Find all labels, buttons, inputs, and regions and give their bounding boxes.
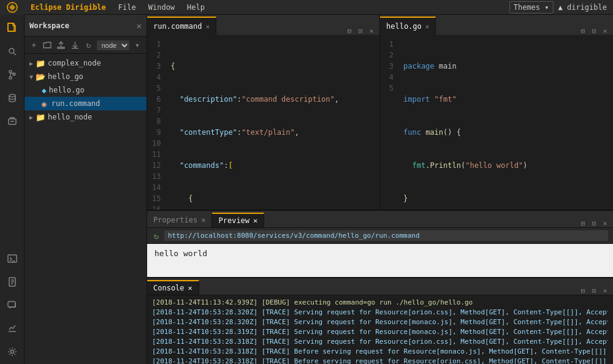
item-label: hello.go	[49, 86, 85, 94]
explorer-header: Workspace ✕	[25, 15, 147, 37]
tab-console[interactable]: Console ✕	[147, 280, 199, 295]
upload-btn[interactable]	[56, 39, 67, 51]
menu-bar: Eclipse Dirigible File Window Help Theme…	[0, 0, 613, 15]
chevron-icon: ▶	[29, 60, 33, 67]
new-folder-btn[interactable]	[42, 39, 53, 51]
item-label: hello_go	[48, 72, 83, 81]
preview-output: hello world	[147, 244, 613, 277]
left-line-numbers: 12345 678910 1112131415 161718	[147, 36, 166, 210]
console-maximize-btn[interactable]: ⊡	[590, 286, 598, 295]
editor-maximize-btn[interactable]: ⊡	[356, 26, 365, 35]
tab-label: hello.go	[386, 22, 422, 31]
tab-close-btn[interactable]: ✕	[253, 216, 257, 225]
node-selector[interactable]: node	[97, 40, 129, 50]
sidebar-terminal-icon[interactable]	[1, 248, 23, 270]
chevron-icon: ▶	[29, 114, 33, 121]
left-editor-pane: run.command ✕ ⊟ ⊡ ✕ 12345 678910 1112131…	[147, 15, 380, 210]
console-split-btn[interactable]: ⊟	[579, 286, 587, 295]
tab-close-btn[interactable]: ✕	[425, 23, 430, 31]
right-editor-pane: hello.go ✕ ⊟ ⊡ ✕ 12345 package ma	[380, 15, 613, 210]
menu-file[interactable]: File	[112, 0, 142, 15]
preview-toolbar: ↻ http://localhost:8080/services/v3/comm…	[147, 228, 613, 244]
tree-item-run-command[interactable]: ◉ run.command	[25, 97, 147, 110]
tab-label: Properties	[153, 216, 197, 224]
sidebar-git-icon[interactable]	[1, 64, 23, 86]
menu-help[interactable]: Help	[181, 0, 211, 15]
tab-properties[interactable]: Properties ✕	[147, 213, 212, 227]
file-explorer: Workspace ✕ + ↻	[25, 15, 147, 364]
right-editor-tabs: hello.go ✕ ⊟ ⊡ ✕	[380, 15, 613, 36]
console-close-btn[interactable]: ✕	[601, 286, 609, 295]
right-code-content[interactable]: 12345 package main import "fmt" func mai…	[380, 36, 613, 210]
preview-close-btn[interactable]: ✕	[601, 219, 609, 227]
editor-split-btn[interactable]: ⊟	[345, 26, 354, 35]
tab-close-btn[interactable]: ✕	[205, 23, 210, 31]
tree-item-hello-go[interactable]: ▼ 📂 hello_go	[25, 70, 147, 83]
expand-btn[interactable]: ▾	[132, 39, 143, 51]
sidebar-files-icon[interactable]	[1, 17, 23, 39]
svg-point-6	[9, 77, 12, 79]
svg-line-4	[13, 53, 16, 55]
item-label: complex_node	[48, 59, 101, 67]
sidebar-db-icon[interactable]	[1, 87, 23, 109]
editor-win-controls-right: ⊟ ⊡ ✕	[575, 26, 613, 35]
file-icon: ◆	[42, 86, 47, 95]
folder-icon: 📂	[36, 72, 45, 82]
console-tabs: Console ✕ ⊟ ⊡ ✕	[147, 278, 613, 295]
tab-run-command[interactable]: run.command ✕	[147, 17, 216, 35]
sidebar-chat-icon[interactable]	[1, 294, 23, 316]
console-section: Console ✕ ⊟ ⊡ ✕ [2018-11-24T11:13:42.939…	[147, 278, 613, 364]
sidebar-deploy-icon[interactable]	[1, 110, 23, 132]
console-line: [2018-11-24T10:53:28.318Z] [TRACE] Servi…	[152, 337, 608, 347]
svg-point-8	[9, 94, 15, 97]
preview-refresh-btn[interactable]: ↻	[152, 232, 161, 240]
svg-point-19	[10, 351, 13, 354]
svg-point-5	[9, 70, 12, 73]
bottom-panel: Properties ✕ Preview ✕ ⊟ ⊡ ✕ ↻ http	[147, 210, 613, 364]
refresh-btn[interactable]: ↻	[83, 39, 94, 51]
menu-window[interactable]: Window	[142, 0, 181, 15]
right-code-lines: package main import "fmt" func main() { …	[398, 36, 613, 210]
tab-preview[interactable]: Preview ✕	[212, 213, 264, 227]
console-win-controls: ⊟ ⊡ ✕	[575, 286, 613, 295]
download-btn[interactable]	[69, 39, 80, 51]
tab-close-btn[interactable]: ✕	[201, 216, 205, 224]
themes-button[interactable]: Themes ▾	[509, 1, 554, 13]
tab-close-btn[interactable]: ✕	[188, 284, 192, 292]
user-button[interactable]: ▲ dirigible	[558, 3, 607, 12]
editor-maximize-btn[interactable]: ⊡	[590, 26, 598, 35]
preview-maximize-btn[interactable]: ⊡	[590, 219, 598, 227]
left-editor-tabs: run.command ✕ ⊟ ⊡ ✕	[147, 15, 379, 36]
editors-row: run.command ✕ ⊟ ⊡ ✕ 12345 678910 1112131…	[147, 15, 613, 210]
menu-left: Eclipse Dirigible File Window Help	[0, 0, 211, 15]
new-file-btn[interactable]: +	[28, 39, 39, 51]
main-layout: Workspace ✕ + ↻	[0, 15, 613, 364]
console-line: [2018-11-24T10:53:28.318Z] [TRACE] Befor…	[152, 357, 608, 364]
file-icon: ◉	[42, 99, 47, 108]
sidebar-docs-icon[interactable]	[1, 271, 23, 293]
tree-item-hello-node[interactable]: ▶ 📁 hello_node	[25, 110, 147, 124]
sidebar-search-icon[interactable]	[1, 40, 23, 63]
tab-hello-go[interactable]: hello.go ✕	[380, 17, 436, 35]
chevron-icon: ▼	[29, 74, 33, 80]
console-content[interactable]: [2018-11-24T11:13:42.939Z] [DEBUG] execu…	[147, 295, 613, 364]
sidebar-settings-icon[interactable]	[1, 341, 23, 363]
editor-area: run.command ✕ ⊟ ⊡ ✕ 12345 678910 1112131…	[147, 15, 613, 364]
left-code-content[interactable]: 12345 678910 1112131415 161718 { "descri…	[147, 36, 379, 210]
editor-split-btn[interactable]: ⊟	[579, 26, 587, 35]
item-label: hello_node	[48, 113, 92, 121]
explorer-title: Workspace	[29, 21, 69, 30]
tree-item-complex-node[interactable]: ▶ 📁 complex_node	[25, 56, 147, 70]
right-line-numbers: 12345	[380, 36, 398, 210]
tab-label: run.command	[153, 22, 202, 31]
editor-close-btn[interactable]: ✕	[601, 26, 609, 35]
console-line: [2018-11-24T11:13:42.939Z] [DEBUG] execu…	[152, 298, 608, 308]
sidebar-icons	[0, 15, 25, 364]
tree-item-hello-go-file[interactable]: ◆ hello.go	[25, 83, 147, 97]
preview-tabs: Properties ✕ Preview ✕ ⊟ ⊡ ✕	[147, 211, 613, 228]
console-line: [2018-11-24T10:53:28.320Z] [TRACE] Servi…	[152, 317, 608, 327]
editor-close-btn[interactable]: ✕	[367, 26, 376, 35]
explorer-close-btn[interactable]: ✕	[137, 21, 142, 31]
preview-split-btn[interactable]: ⊟	[579, 219, 587, 227]
sidebar-analytics-icon[interactable]	[1, 317, 23, 339]
